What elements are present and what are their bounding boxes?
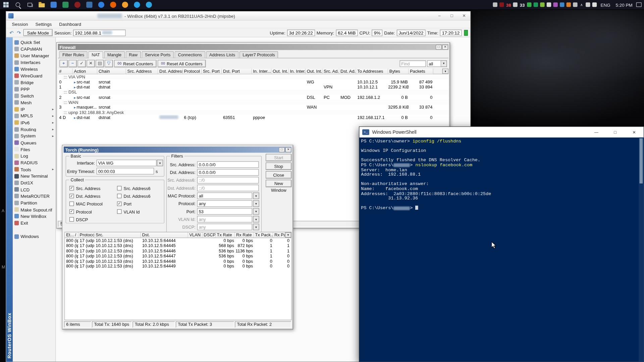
scrollbar[interactable] — [639, 137, 644, 362]
filter-input-vlan-id[interactable]: any — [197, 216, 252, 223]
tab-address-lists[interactable]: Address Lists — [206, 51, 238, 58]
nat-comment-row[interactable]: ::: DSL — [58, 89, 448, 95]
sidebar-item-interfaces[interactable]: Interfaces — [13, 59, 55, 66]
torch-maximize-button[interactable]: □ — [279, 147, 284, 152]
nat-column-header-1[interactable]: Action — [73, 68, 97, 74]
torch-column-selector-button[interactable]: ▾ — [285, 232, 291, 238]
filter-input-port[interactable]: 53 — [197, 208, 252, 215]
sidebar-item-queues[interactable]: Queues — [13, 139, 55, 146]
filter-input-protocol[interactable]: any — [197, 200, 252, 207]
nat-column-header-8[interactable]: In. Inter... — [252, 68, 272, 74]
firewall-titlebar[interactable]: Firewall □ ✕ — [58, 44, 448, 50]
ps-maximize-button[interactable]: □ — [606, 127, 625, 137]
tab-filter-rules[interactable]: Filter Rules — [59, 51, 88, 58]
torch-column-header-3[interactable]: Dst. — [141, 232, 188, 238]
filter-input-src-address6[interactable]: ::/0 — [197, 177, 259, 184]
fw-add-button[interactable]: + — [60, 60, 68, 67]
nat-rule-row[interactable]: 4 D▸dst-natdstnat6 (tcp)63551pppoe192.16… — [58, 115, 448, 120]
fw-disable-button[interactable]: ✕ — [87, 60, 95, 67]
tab-service-ports[interactable]: Service Ports — [142, 51, 174, 58]
tray-icon-14[interactable] — [586, 2, 590, 7]
nat-column-header-13[interactable]: Dst. Ad... — [339, 68, 356, 74]
language-indicator[interactable]: ENG — [599, 2, 612, 7]
torch-column-header-6[interactable]: Tx Rate — [216, 232, 235, 238]
powershell-titlebar[interactable]: >_ Windows PowerShell — □ ✕ — [359, 127, 643, 137]
torch-row[interactable]: 800 (ip)17 (udp)10.10.12.1:53 (dns)10.10… — [65, 258, 291, 263]
session-field[interactable]: 192.168.88.1 — [73, 29, 126, 36]
taskbar-browser-3-button[interactable] — [119, 0, 131, 10]
tray-icon-3[interactable] — [513, 2, 518, 7]
dropdown-port[interactable]: ▾ — [253, 208, 259, 215]
tray-icon-1[interactable] — [499, 2, 504, 7]
taskbar-app-3-button[interactable] — [71, 0, 84, 10]
nat-column-header-5[interactable]: Protocol — [183, 68, 202, 74]
torch-row[interactable]: 800 (ip)17 (udp)10.10.12.1:53 (dns)10.10… — [65, 248, 291, 253]
torch-row[interactable]: 800 (ip)17 (udp)10.10.12.1:53 (dns)10.10… — [65, 238, 291, 243]
nat-comment-row[interactable]: ::: VIA VPN — [58, 74, 448, 79]
filter-input-mac-protocol[interactable]: all — [197, 192, 252, 199]
torch-row[interactable]: 800 (ip)17 (udp)10.10.12.1:53 (dns)10.10… — [65, 243, 291, 248]
start-button[interactable]: Start — [266, 154, 291, 161]
checkbox-dst-address[interactable]: ✓Dst. Address — [69, 192, 103, 200]
nat-column-header-3[interactable]: Src. Address — [126, 68, 158, 74]
filter-input-dscp[interactable]: any — [197, 224, 252, 230]
nat-column-header-10[interactable]: In. Inter... — [289, 68, 306, 74]
checkbox-port[interactable]: ✓Port — [117, 200, 151, 207]
taskbar-browser-1-button[interactable] — [95, 0, 107, 10]
taskbar-task-view-button[interactable] — [24, 0, 36, 10]
tab-connections[interactable]: Connections — [175, 51, 205, 58]
tray-icon-8[interactable] — [546, 2, 551, 7]
taskbar-app-4-button[interactable] — [84, 0, 96, 10]
close-button[interactable]: ✕ — [458, 11, 470, 20]
sidebar-item-switch[interactable]: Switch — [13, 93, 55, 99]
taskbar-browser-2-button[interactable] — [107, 0, 119, 10]
column-selector-button[interactable]: ▾ — [442, 68, 448, 74]
sidebar-item-routing[interactable]: Routing▸ — [13, 126, 55, 133]
tab-mangle[interactable]: Mangle — [104, 51, 125, 58]
sidebar-item-capsman[interactable]: CAPsMAN — [13, 46, 55, 52]
sidebar-item-make-supout-rif[interactable]: Make Supout.rif — [13, 206, 55, 213]
torch-titlebar[interactable]: Torch (Running) □ ✕ — [64, 146, 292, 153]
nat-rule-row[interactable]: 0▸src-natsrcnatWG10.10.12.515.9 MiB87 49… — [58, 79, 448, 84]
sidebar-item-new-winbox[interactable]: New WinBox — [13, 213, 55, 220]
nat-column-header-4[interactable]: Dst. Address — [158, 68, 182, 74]
checkbox-src-address[interactable]: ✓Src. Address — [69, 184, 103, 192]
torch-row[interactable]: 800 (ip)17 (udp)10.10.12.1:53 (dns)10.10… — [65, 253, 291, 258]
nat-column-header-2[interactable]: Chain — [97, 68, 126, 74]
tray-icon-5[interactable] — [527, 2, 531, 7]
sidebar-item-exit[interactable]: Exit — [13, 220, 55, 226]
tray-icon-7[interactable] — [540, 2, 544, 7]
menu-session[interactable]: Session — [9, 21, 32, 27]
checkbox-mac-protocol[interactable]: MAC Protocol — [69, 200, 103, 207]
menu-dashboard[interactable]: Dashboard — [56, 21, 85, 27]
torch-column-header-8[interactable]: Tx Pack... — [254, 232, 273, 238]
sidebar-item-mesh[interactable]: Mesh — [13, 99, 55, 106]
dropdown-vlan-id[interactable]: ▾ — [253, 216, 259, 223]
scrollbar-thumb[interactable] — [640, 138, 643, 184]
clock[interactable]: 5:20 PM — [614, 2, 634, 7]
fw-remove-button[interactable]: − — [68, 60, 76, 67]
nat-column-header-15[interactable]: Bytes — [388, 68, 409, 74]
torch-column-header-0[interactable]: Et... / — [65, 232, 78, 238]
reset-all-counters-button[interactable]: 00 Reset All Counters — [158, 60, 206, 67]
sidebar-item-tools[interactable]: Tools▸ — [13, 166, 55, 173]
filter-input-dst-address[interactable]: 0.0.0.0/0 — [197, 169, 259, 176]
torch-column-header-1[interactable]: Protocol — [78, 232, 95, 238]
nat-column-header-16[interactable]: Packets — [409, 68, 433, 74]
undo-icon[interactable]: ↶ — [9, 30, 14, 36]
minimize-button[interactable]: – — [433, 11, 446, 20]
sidebar-item-windows[interactable]: Windows — [13, 233, 55, 240]
firewall-close-button[interactable]: ✕ — [442, 45, 448, 50]
tab-nat[interactable]: NAT — [88, 51, 103, 58]
stop-button[interactable]: Stop — [266, 163, 291, 170]
reset-counters-button[interactable]: 00 Reset Counters — [114, 60, 156, 67]
nat-column-header-12[interactable]: Src. Ad... — [322, 68, 339, 74]
menu-settings[interactable]: Settings — [32, 21, 55, 27]
fw-comment-button[interactable]: ▤ — [96, 60, 104, 67]
find-input[interactable]: Find — [399, 60, 426, 67]
nat-column-header-0[interactable]: # — [58, 68, 73, 74]
ps-close-button[interactable]: ✕ — [625, 127, 643, 137]
hidden-icons-button[interactable]: ∧ — [579, 3, 584, 7]
tray-icon-0[interactable] — [493, 2, 497, 7]
sidebar-item-mpls[interactable]: MPLS▸ — [13, 113, 55, 119]
